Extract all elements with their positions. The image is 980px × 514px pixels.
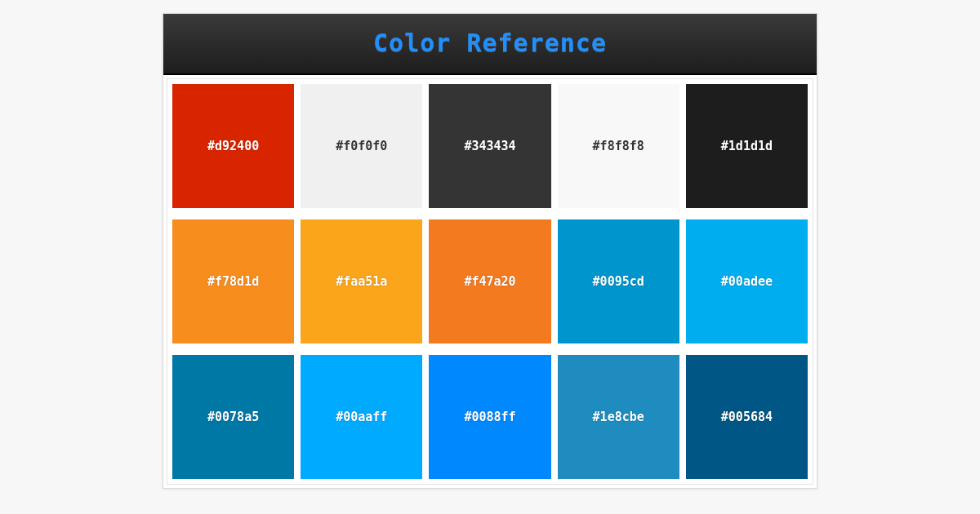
color-swatch: #1e8cbe [558,355,679,479]
color-reference-panel: Color Reference #d92400#f0f0f0#343434#f8… [163,13,817,489]
color-swatch: #f8f8f8 [558,84,679,208]
swatch-hex-label: #0078a5 [207,410,259,424]
color-swatch: #005684 [686,355,808,479]
color-swatch: #00aaff [301,355,422,479]
swatch-hex-label: #1e8cbe [593,410,644,424]
color-swatch: #0078a5 [172,355,294,479]
swatch-grid: #d92400#f0f0f0#343434#f8f8f8#1d1d1d#f78d… [167,78,813,485]
swatch-row: #d92400#f0f0f0#343434#f8f8f8#1d1d1d [172,84,808,208]
swatch-hex-label: #d92400 [207,139,259,153]
swatch-hex-label: #f47a20 [464,274,515,289]
color-swatch: #0088ff [429,355,550,479]
color-swatch: #343434 [429,84,550,208]
swatch-hex-label: #faa51a [336,274,387,289]
color-swatch: #0095cd [558,219,679,343]
swatch-hex-label: #0095cd [593,274,644,289]
swatch-hex-label: #f78d1d [207,274,259,289]
swatch-hex-label: #343434 [464,139,515,153]
color-swatch: #f0f0f0 [301,84,422,208]
swatch-hex-label: #00aaff [336,410,387,424]
swatch-row: #f78d1d#faa51a#f47a20#0095cd#00adee [172,219,808,343]
swatch-hex-label: #00adee [721,274,773,289]
swatch-hex-label: #f0f0f0 [336,139,387,153]
swatch-hex-label: #0088ff [464,410,515,424]
color-swatch: #00adee [686,219,808,343]
color-swatch: #f47a20 [429,219,550,343]
page-title: Color Reference [163,29,817,57]
swatch-row: #0078a5#00aaff#0088ff#1e8cbe#005684 [172,355,808,479]
color-swatch: #f78d1d [172,219,294,343]
swatch-hex-label: #005684 [721,410,773,424]
color-swatch: #1d1d1d [686,84,808,208]
color-swatch: #d92400 [172,84,294,208]
color-swatch: #faa51a [301,219,422,343]
swatch-hex-label: #f8f8f8 [593,139,644,153]
panel-header: Color Reference [163,14,817,75]
swatch-hex-label: #1d1d1d [721,139,773,153]
